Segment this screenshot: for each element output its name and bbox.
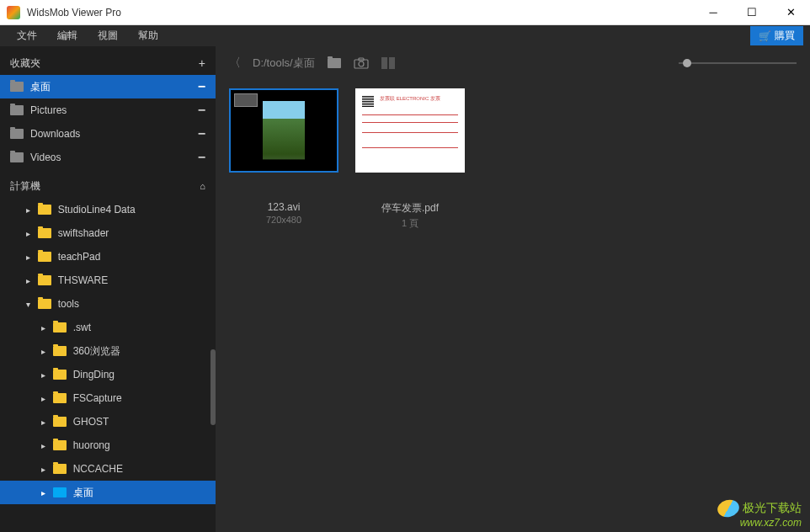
folder-icon	[53, 370, 67, 380]
folder-icon	[10, 129, 24, 139]
tree-item[interactable]: ▸ FSCapture	[0, 386, 216, 410]
chevron-icon[interactable]: ▸	[39, 323, 47, 332]
folder-icon	[10, 105, 24, 115]
tree-label: DingDing	[73, 369, 115, 380]
remove-favorite-button[interactable]: −	[198, 103, 205, 118]
maximize-button[interactable]: ☐	[733, 0, 771, 24]
minimize-button[interactable]: ─	[694, 0, 733, 24]
toolbar: 〈 D:/tools/桌面	[216, 46, 810, 80]
folder-icon	[53, 417, 67, 427]
tree-item[interactable]: ▸ 桌面	[0, 481, 216, 504]
menu-edit[interactable]: 編輯	[47, 25, 88, 46]
tree-item[interactable]: ▸ 360浏览器	[0, 339, 216, 363]
home-icon[interactable]: ⌂	[200, 181, 205, 191]
folder-icon	[10, 152, 24, 162]
chevron-icon[interactable]: ▸	[24, 253, 32, 262]
tree-item[interactable]: ▸ GHOST	[0, 410, 216, 434]
computer-header: 計算機 ⌂	[0, 174, 216, 198]
tree-label: 360浏览器	[73, 344, 120, 359]
menu-help[interactable]: 幫助	[128, 25, 168, 46]
menu-bar: 文件 編輯 視圖 幫助 🛒 購買	[0, 25, 810, 46]
tree-item[interactable]: ▾ tools	[0, 292, 216, 316]
tree-item[interactable]: ▸ StudioLine4 Data	[0, 198, 216, 221]
favorite-item[interactable]: Downloads−	[0, 122, 216, 146]
camera-icon[interactable]	[354, 56, 369, 70]
main-area: 收藏夾 + 桌面−Pictures−Downloads−Videos− 計算機 …	[0, 46, 810, 532]
tree-item[interactable]: ▸ NCCACHE	[0, 457, 216, 481]
buy-button[interactable]: 🛒 購買	[750, 26, 803, 45]
folder-icon	[53, 440, 67, 450]
tree-item[interactable]: ▸ swiftshader	[0, 221, 216, 245]
tree-item[interactable]: ▸ DingDing	[0, 363, 216, 386]
favorite-item[interactable]: 桌面−	[0, 75, 216, 98]
back-button[interactable]: 〈	[229, 56, 241, 71]
thumbnail-item[interactable]: 发票联 ELECTRONIC 发票停车发票.pdf1 頁	[355, 88, 465, 230]
tree-item[interactable]: ▸ teachPad	[0, 245, 216, 269]
cart-icon: 🛒	[759, 30, 771, 42]
sidebar: 收藏夾 + 桌面−Pictures−Downloads−Videos− 計算機 …	[0, 46, 216, 532]
window-controls: ─ ☐ ✕	[694, 0, 810, 24]
favorite-label: Videos	[30, 152, 61, 163]
tree-label: tools	[58, 298, 79, 310]
tree-label: GHOST	[73, 416, 109, 428]
folder-icon	[53, 346, 67, 356]
video-badge-icon	[234, 93, 258, 107]
folder-icon	[10, 82, 24, 92]
chevron-icon[interactable]: ▾	[24, 300, 32, 309]
favorite-item[interactable]: Pictures−	[0, 98, 216, 122]
menu-file[interactable]: 文件	[7, 25, 47, 46]
sidebar-scrollbar[interactable]	[210, 349, 216, 425]
video-preview	[231, 90, 337, 171]
thumbnail-name: 停车发票.pdf	[355, 201, 465, 215]
content-area: 〈 D:/tools/桌面 123.avi720x480发票联 ELECTRON…	[216, 46, 810, 532]
chevron-icon[interactable]: ▸	[39, 465, 47, 474]
tree-item[interactable]: ▸ .swt	[0, 316, 216, 339]
tree-label: THSWARE	[58, 274, 109, 286]
buy-label: 購買	[775, 29, 795, 43]
chevron-icon[interactable]: ▸	[39, 441, 47, 450]
svg-point-2	[359, 61, 364, 66]
zoom-handle[interactable]	[683, 59, 691, 67]
watermark-cn-text: 极光下载站	[743, 501, 802, 516]
favorite-item[interactable]: Videos−	[0, 146, 216, 169]
tree-item[interactable]: ▸ THSWARE	[0, 269, 216, 292]
add-favorite-button[interactable]: +	[199, 56, 205, 70]
zoom-slider[interactable]	[679, 62, 797, 64]
menu-view[interactable]: 視圖	[88, 25, 128, 46]
tree-label: huorong	[73, 439, 110, 451]
chevron-icon[interactable]: ▸	[24, 229, 32, 238]
tree-label: swiftshader	[58, 227, 109, 239]
split-view-icon[interactable]	[381, 56, 396, 70]
tree-label: NCCACHE	[73, 463, 123, 475]
folder-icon[interactable]	[327, 56, 342, 70]
remove-favorite-button[interactable]: −	[198, 126, 205, 141]
tree-label: FSCapture	[73, 392, 122, 404]
chevron-icon[interactable]: ▸	[39, 394, 47, 403]
folder-icon	[53, 487, 67, 497]
thumbnail-info: 720x480	[229, 215, 338, 225]
watermark-brand: 极光下载站	[717, 500, 802, 517]
chevron-icon[interactable]: ▸	[24, 276, 32, 285]
svg-rect-3	[381, 57, 387, 69]
folder-icon	[38, 228, 51, 238]
favorite-label: 桌面	[30, 80, 51, 94]
favorites-header: 收藏夾 +	[0, 51, 216, 75]
favorite-label: Pictures	[30, 104, 67, 116]
breadcrumb-path[interactable]: D:/tools/桌面	[253, 56, 315, 71]
close-button[interactable]: ✕	[771, 0, 810, 24]
remove-favorite-button[interactable]: −	[198, 150, 205, 165]
chevron-icon[interactable]: ▸	[24, 205, 32, 215]
chevron-icon[interactable]: ▸	[39, 418, 47, 427]
tree-label: 桌面	[73, 486, 93, 500]
chevron-icon[interactable]: ▸	[39, 347, 47, 356]
svg-rect-4	[389, 57, 395, 69]
app-icon	[7, 6, 20, 19]
thumbnails-grid: 123.avi720x480发票联 ELECTRONIC 发票停车发票.pdf1…	[216, 80, 810, 532]
chevron-icon[interactable]: ▸	[39, 488, 47, 497]
tree-item[interactable]: ▸ huorong	[0, 434, 216, 457]
favorites-label: 收藏夾	[10, 56, 40, 71]
remove-favorite-button[interactable]: −	[198, 79, 205, 94]
thumbnail-item[interactable]: 123.avi720x480	[229, 88, 338, 225]
app-title: WidsMob Viewer Pro	[27, 7, 694, 19]
chevron-icon[interactable]: ▸	[39, 370, 47, 380]
